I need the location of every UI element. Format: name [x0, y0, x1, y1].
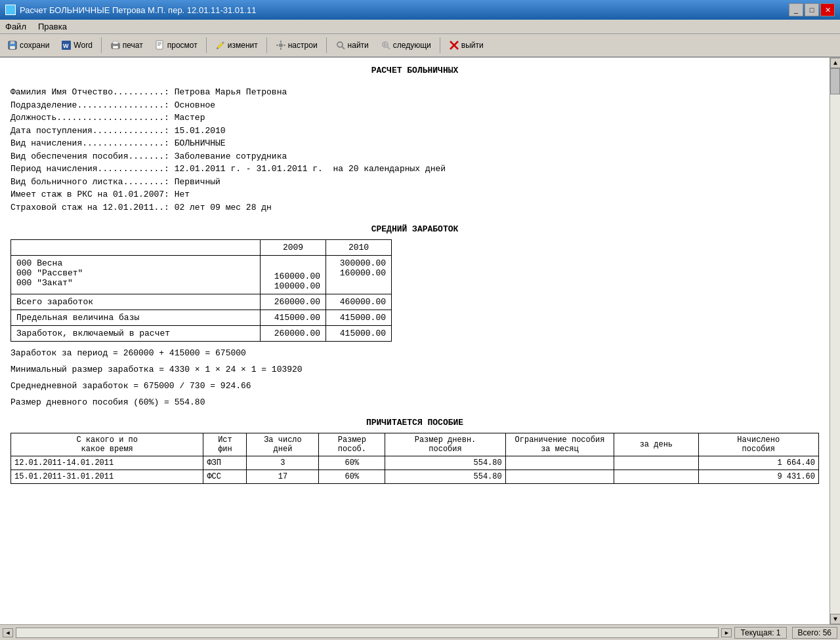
svg-text:W: W	[63, 43, 69, 49]
sep3	[266, 37, 267, 53]
earnings-table: 2009 2010 000 Весна 000 "Рассвет" 000 "З…	[10, 239, 392, 342]
scroll-left-button[interactable]: ◄	[3, 628, 13, 637]
menu-bar: Файл Правка	[0, 20, 840, 34]
table-row: 000 Весна 000 "Рассвет" 000 "Закат" 1600…	[11, 256, 392, 294]
next-label: следующи	[393, 41, 431, 50]
info-line-7: Вид больничного листка........: Первичны…	[10, 176, 819, 189]
title-bar-text: Расчет БОЛЬНИЧНЫЕ Петрова М.П. пер. 12.0…	[20, 5, 256, 15]
sep1	[101, 37, 102, 53]
svg-rect-1	[10, 41, 14, 44]
edit-button[interactable]: изменит	[211, 36, 262, 54]
word-icon: W	[61, 40, 72, 50]
horizontal-scrollbar[interactable]	[16, 628, 719, 638]
svg-point-17	[337, 42, 343, 47]
scroll-track[interactable]	[830, 68, 840, 614]
doc-title: РАСЧЕТ БОЛЬНИЧНЫХ	[10, 66, 819, 75]
status-bar: ◄ ► Текущая: 1 Всего: 56	[0, 624, 840, 640]
edit-label: изменит	[228, 41, 258, 50]
info-line-5: Вид обеспечения пособия.......: Заболева…	[10, 150, 819, 163]
table-row-total2: Предельная величина базы 415000.00 41500…	[11, 310, 392, 325]
word-label: Word	[74, 41, 92, 50]
status-info: Текущая: 1 Всего: 56	[734, 627, 837, 639]
svg-line-20	[387, 47, 390, 49]
maximize-button[interactable]: □	[805, 3, 819, 16]
preview-button[interactable]: просмот	[150, 36, 202, 54]
content-area: РАСЧЕТ БОЛЬНИЧНЫХ Фамилия Имя Отчество..…	[0, 58, 830, 624]
svg-point-12	[279, 43, 283, 47]
scroll-right-button[interactable]: ►	[721, 628, 732, 637]
find-button[interactable]: найти	[331, 36, 373, 54]
current-page: Текущая: 1	[734, 627, 786, 639]
benefit-header: С какого и покакое время Истфин За число…	[11, 433, 819, 456]
app-icon	[5, 5, 16, 15]
print-icon	[110, 40, 121, 50]
formula-2: Среднедневной заработок = 675000 / 730 =…	[10, 381, 819, 391]
svg-rect-14	[280, 48, 282, 50]
settings-icon	[276, 40, 286, 50]
scroll-up-button[interactable]: ▲	[830, 58, 840, 68]
svg-rect-16	[284, 45, 285, 46]
info-line-9: Страховой стаж на 12.01.2011..: 02 лет 0…	[10, 201, 819, 214]
info-line-1: Подразделение.................: Основное	[10, 99, 819, 112]
info-line-2: Должность.....................: Мастер	[10, 111, 819, 125]
svg-rect-6	[113, 41, 118, 44]
benefit-row-1: 15.01.2011-31.01.2011 ФСС 17 60% 554.80 …	[11, 470, 819, 483]
svg-line-18	[342, 47, 345, 49]
table-row-total3: Заработок, включаемый в расчет 260000.00…	[11, 325, 392, 341]
sep2	[206, 37, 207, 53]
svg-rect-13	[280, 41, 282, 43]
menu-file[interactable]: Файл	[3, 21, 29, 32]
info-section: Фамилия Имя Отчество..........: Петрова …	[10, 86, 819, 214]
svg-rect-2	[10, 46, 15, 49]
svg-rect-7	[113, 46, 118, 49]
minimize-button[interactable]: _	[789, 3, 803, 16]
vertical-scrollbar[interactable]: ▲ ▼	[830, 58, 840, 624]
close-button[interactable]: ✕	[820, 3, 835, 16]
info-line-4: Вид начисления................: БОЛЬНИЧН…	[10, 137, 819, 150]
find-label: найти	[348, 41, 369, 50]
title-bar: Расчет БОЛЬНИЧНЫЕ Петрова М.П. пер. 12.0…	[0, 0, 840, 20]
exit-label: выйти	[461, 41, 484, 50]
settings-label: настрои	[288, 41, 318, 50]
toolbar: сохрани W Word печат просмот изменит нас…	[0, 34, 840, 58]
save-label: сохрани	[20, 41, 49, 50]
print-label: печат	[123, 41, 143, 50]
next-icon	[381, 40, 391, 50]
benefit-row-0: 12.01.2011-14.01.2011 ФЗП 3 60% 554.80 1…	[11, 456, 819, 470]
info-line-6: Период начисления.............: 12.01.20…	[10, 163, 819, 176]
find-icon	[335, 40, 346, 50]
sep5	[440, 37, 440, 53]
exit-icon	[449, 40, 459, 50]
scroll-down-button[interactable]: ▼	[830, 614, 840, 624]
print-button[interactable]: печат	[106, 36, 148, 54]
scroll-thumb[interactable]	[830, 68, 840, 94]
save-button[interactable]: сохрани	[3, 36, 54, 54]
next-button[interactable]: следующи	[376, 36, 436, 54]
word-button[interactable]: W Word	[56, 36, 96, 54]
preview-icon	[155, 40, 165, 50]
settings-button[interactable]: настрои	[271, 36, 322, 54]
info-line-3: Дата поступления..............: 15.01.20…	[10, 125, 819, 138]
avg-earnings-title: СРЕДНИЙ ЗАРАБОТОК	[10, 224, 819, 234]
formula-1: Минимальный размер заработка = 4330 × 1 …	[10, 365, 819, 374]
exit-button[interactable]: выйти	[444, 36, 488, 54]
menu-edit[interactable]: Правка	[35, 21, 70, 32]
info-line-0: Фамилия Имя Отчество..........: Петрова …	[10, 86, 819, 99]
formula-0: Заработок за период = 260000 + 415000 = …	[10, 348, 819, 358]
sep4	[326, 37, 327, 53]
table-row-total1: Всего заработок 260000.00 460000.00	[11, 294, 392, 310]
svg-rect-15	[276, 45, 278, 46]
earnings-header: 2009 2010	[11, 240, 392, 256]
preview-label: просмот	[167, 41, 198, 50]
save-icon	[7, 40, 18, 50]
formula-3: Размер дневного пособия (60%) = 554.80	[10, 397, 819, 407]
edit-icon	[215, 40, 226, 50]
benefit-title: ПРИЧИТАЕТСЯ ПОСОБИЕ	[10, 418, 819, 428]
total-pages: Всего: 56	[792, 627, 837, 639]
info-line-8: Имеет стаж в РКС на 01.01.2007: Нет	[10, 188, 819, 201]
benefit-table: С какого и покакое время Истфин За число…	[10, 433, 819, 484]
